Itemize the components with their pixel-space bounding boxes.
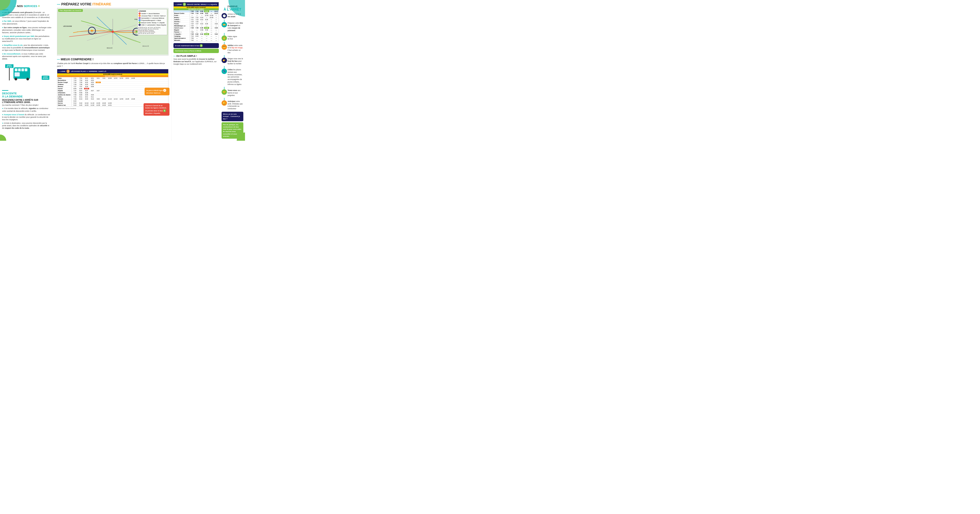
step-4-icon: 💳 <box>221 44 227 50</box>
legend-dot-4: 4 <box>138 19 141 21</box>
map-legend: LÉGENDE 1 Gandhi >> Jeunot Martinière 2 … <box>138 9 167 35</box>
map-legend-title: LÉGENDE <box>138 10 166 12</box>
connector-4 <box>224 55 224 58</box>
callout-carnot: J'arrive à Carnot là où toutes les ligne… <box>143 103 170 116</box>
service-item-6: En renouvellement, si vous n'utilisez pa… <box>2 52 51 60</box>
step-2-icon: 🎫 <box>221 22 227 27</box>
ou-plus-simple-title: OU PLUS SIMPLE ! <box>173 55 219 57</box>
descente-item-1: À la montée dans le véhicule, signalez a… <box>2 107 51 112</box>
step-3-text: Faites signeau bus <box>228 35 237 40</box>
mieux-comprendre-text: J'habite près de l'arrêt Rocher Coupé à … <box>57 62 169 67</box>
vacances-header-5: VACANCES et SAMEDI <box>173 8 219 10</box>
connector-3 <box>224 42 224 44</box>
l5-row-deveria: Devéria ○ 7:23 7:25 — — — — <box>173 21 219 22</box>
step-4-text: Validez votre carte. Si le bip est rouge… <box>228 44 243 54</box>
step-5-icon: 👉 <box>221 58 227 63</box>
descente-item-3: Arrivée à destination, vous pourrez desc… <box>2 122 51 129</box>
step-6: 💺 Cédez les places assises aux femmes en… <box>221 68 243 86</box>
step-8-icon: 🔔 <box>221 100 227 106</box>
l5-row-aquatis: L'Aquatis ○ 7:45 8:42 8:42 8:42 — 9:42 <box>173 33 219 35</box>
mieux-comprendre-section: MIEUX COMPRENDRE ! J'habite près de l'ar… <box>57 58 169 109</box>
descente-intro: Ça marche comment ? Rien de plus simple … <box>2 104 51 106</box>
legend-dot-5: 5 <box>138 22 141 24</box>
row-rochelières: Rochelières 7:247:548:248:54 <box>57 79 168 81</box>
right-panel: J'ARRIVE À L'ARRÊT 🕐 Arrivez à l'arrêt 5… <box>221 0 245 141</box>
row-rennes: Rennes 7:277:578:288:58 <box>57 86 168 87</box>
l5-row-carnot: Carnot ●●●●○ 7:35 7:35 8:35 8:35 — 9:35 <box>173 27 219 29</box>
bus-stop-sign: ARRÊTDE BUS <box>5 64 13 81</box>
mieux-comprendre-title: MIEUX COMPRENDRE ! <box>57 58 169 61</box>
connector-6 <box>224 87 224 89</box>
step-2-text: Préparez votre titre de transport ou vot… <box>228 22 243 32</box>
row-rocher-coupe: Rocher Coupé 7:257:558:258:559:25 <box>57 81 168 83</box>
service-item-3: Sur votre compte en ligne, vous pouvez r… <box>2 26 51 34</box>
service-item-5: Simplifiez-vous la vie, pour les abonnem… <box>2 44 51 51</box>
row-chateau: Château 7:267:568:268:56 <box>57 83 168 86</box>
step-8: 🔔 Anticipez votre arrêt. N'hésitez pas à… <box>221 100 243 110</box>
scolaire-header-5: SCOLAIRE lundi à vendredi <box>173 6 219 8</box>
step-5: 👉 Dirigez-vous vers le fond du bus pour … <box>221 58 243 65</box>
legend-item-1: 1 Gandhi >> Jeunot Martinière <box>138 13 166 14</box>
section-divider-2 <box>2 90 8 91</box>
svg-text:BEAUCÉ: BEAUCÉ <box>107 47 113 49</box>
left-bottom-deco <box>0 135 6 141</box>
row-lafas: Lafas 7:418:118:419:11 <box>57 96 168 98</box>
connector-1 <box>224 19 224 22</box>
step-2: 🎫 Préparez votre titre de transport ou v… <box>221 22 243 32</box>
l5-row-beauce: Beaucé Centre 7:05 7:10 8:00 9:23 — 13:2… <box>173 12 219 14</box>
right-center-panel: — LIGNE 5 BEAUCÉ CENTRE / BRANLY >> L'AQ… <box>172 0 221 141</box>
map-container: Plan disponible sur lesurf.fr <box>57 8 169 56</box>
map-label: Plan disponible sur lesurf.fr <box>58 9 83 12</box>
step-3-icon: 🤚 <box>221 35 227 41</box>
connector-2 <box>224 33 224 35</box>
step-5-text: Dirigez-vous vers le fond du bus pour fa… <box>228 58 243 65</box>
legend-dot-1: 1 <box>138 13 141 14</box>
legend-item-3: 3 Sermandière << Lécousse Bellevue <box>138 17 166 19</box>
timetable-section: — LIGNE 2 LÉCOUSSE PILAIS >> VERRERIE / … <box>57 69 169 106</box>
descente-item-2: Asseyez-vous à l'avant du véhicule. Le c… <box>2 113 51 121</box>
connector-5 <box>224 66 224 68</box>
ligne5-timetable: — LIGNE 5 BEAUCÉ CENTRE / BRANLY >> L'AQ… <box>173 2 219 41</box>
l5-col-header: 7:05 7:10 8:00 9:23 — 13:27 <box>173 10 219 12</box>
bus-stop-label: ARRÊTDE BUS <box>5 64 13 68</box>
svg-text:LÉCOUSSE: LÉCOUSSE <box>63 25 72 27</box>
svg-text:Rocher Coupé: Rocher Coupé <box>88 33 97 34</box>
step-7: 🤝 Tenez-vous aux barres et aux poignées <box>221 89 243 97</box>
descente-subtitle: DESCENDEZ ENTRE 2 ARRÊTS SURL'ITINÉRAIRE… <box>2 99 51 103</box>
legend-dot-2: 2 <box>138 15 141 17</box>
connector-7 <box>224 98 224 100</box>
step-7-icon: 🤝 <box>221 89 227 95</box>
scolaire-header: SCOLAIRE lundi à vendredi <box>57 73 168 75</box>
l5-row-forum: Forum 7:24 7:27 8:22 8:28 — 9:28 <box>173 22 219 25</box>
svg-text:BEAUCÉ: BEAUCÉ <box>143 45 149 47</box>
legend-item-5: 5 Beaucé Centre / Branly >> L'Aquatis <box>138 22 166 24</box>
left-panel: NOS SERVICES + Les abonnements sont glis… <box>0 0 54 141</box>
l5-row-colbert: Colbert ○ 7:21 7:23 8:22 8:26 — — <box>173 19 219 21</box>
service-item-4: Soyez alerté gratuitement par SMS des pe… <box>2 35 51 43</box>
svg-point-7 <box>111 30 114 33</box>
callout-depart: Je pars à 09h25 ligne 2 direction Saint-… <box>145 88 170 95</box>
legend-item-4: 4 Freyssinet/Becquerel >> Marie <box>138 19 166 21</box>
svg-point-8 <box>91 30 93 32</box>
bus-illustration: ARRÊTDE BUS ARRÊTDE BUS <box>2 62 51 87</box>
ou-plus-simple-section: OU PLUS SIMPLE ! Vous avez aussi la poss… <box>173 55 219 65</box>
l5-row-mediatheque: Médiathèque ●●○ 7:25 — — — — — <box>173 25 219 27</box>
l5-row-branly: Branly ○ 7:20 7:22 8:24 — 10:28 — <box>173 16 219 19</box>
step-6-icon: 💺 <box>221 68 227 74</box>
descente-title: DESCENTEÀ LA DEMANDE <box>2 92 51 98</box>
vacances-header: VACANCES et SAMEDI <box>57 75 168 77</box>
bus-stop-pole <box>9 68 10 81</box>
step-7-text: Tenez-vous aux barres et aux poignées <box>228 89 243 97</box>
svg-point-9 <box>135 31 138 33</box>
l5-row-camping: Camping 7:43 8:43 — — — — <box>173 35 219 37</box>
arret-de-bus-badge: ARRÊTDE BUS <box>42 76 49 80</box>
step-6-text: Cédez les places assises aux femmes ence… <box>228 68 243 86</box>
service-item-2: Par SMS, on vous informe 7 jours avant l… <box>2 20 51 25</box>
step-3: 🤚 Faites signeau bus <box>221 35 243 41</box>
line-badge-5: 5 <box>183 3 186 6</box>
l5-row-bayard: Bayard — — 8:38 8:38 — — <box>173 29 219 31</box>
center-panel: PRÉPAREZ VOTRE ITINÉRAIRE Plan disponibl… <box>54 0 172 141</box>
je-suis-callout: Je suis maintenant dans le bus 5 <box>173 43 219 48</box>
l5-row-michelet: Michelet ○ 7:42 — — — — — <box>173 39 219 41</box>
j-arriverais-callout: J'arriverais donc à Paron à 09h42. <box>173 49 219 53</box>
